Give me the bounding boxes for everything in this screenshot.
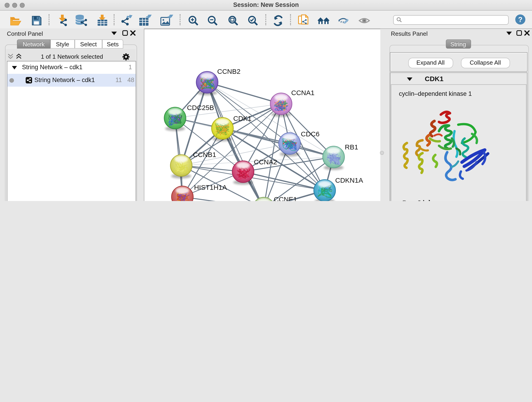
svg-text:CDC6: CDC6 [301,130,319,138]
svg-text:CDKN1A: CDKN1A [335,176,363,184]
svg-text:CDC25B: CDC25B [187,104,214,111]
svg-text:CCNE1: CCNE1 [273,195,297,201]
svg-text:HIST1H1A: HIST1H1A [194,183,227,191]
svg-text:RB1: RB1 [345,143,358,151]
svg-text:CCNB2: CCNB2 [217,67,240,75]
svg-text:CCNB1: CCNB1 [193,151,216,158]
svg-text:CDK1: CDK1 [233,114,251,122]
svg-text:?: ? [518,15,523,23]
svg-text:CCNA2: CCNA2 [254,158,277,166]
svg-text:CCNA1: CCNA1 [291,89,314,96]
